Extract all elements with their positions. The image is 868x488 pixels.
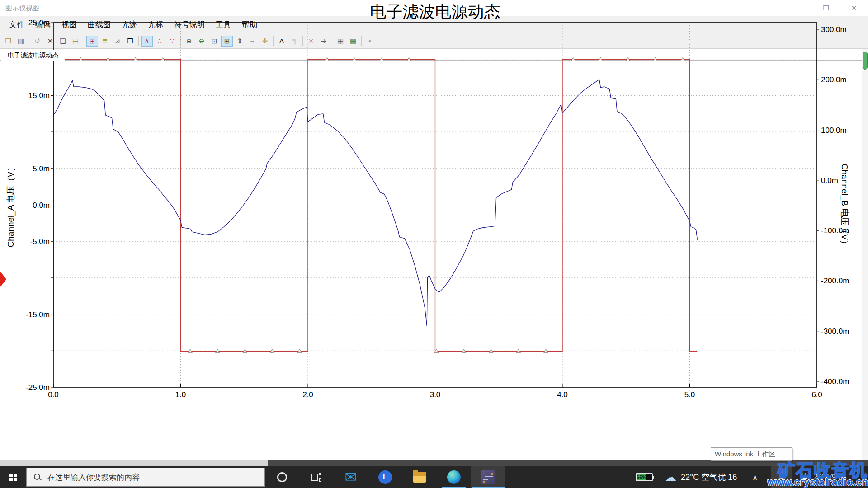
windows-ink-button[interactable]: ✎ bbox=[771, 466, 792, 488]
battery-percent: 66% bbox=[637, 474, 646, 480]
right-axis-title: Channel_B 电压（V） bbox=[840, 164, 849, 249]
x-axis-tick-label: 5.0 bbox=[684, 390, 695, 399]
taskbar: 在这里输入你要搜索的内容 ✉ L 66% ☁ bbox=[0, 466, 868, 488]
right-axis-tick-label: 200.0m bbox=[821, 75, 847, 84]
file-explorer-button[interactable] bbox=[402, 466, 437, 488]
task-view-button[interactable] bbox=[299, 466, 334, 488]
left-axis-title: Channel_A 电压（V） bbox=[6, 163, 16, 248]
background-window-edge bbox=[268, 460, 868, 466]
left-axis-tick-label: 25.0m bbox=[28, 19, 50, 27]
left-axis-tick-label: 15.0m bbox=[28, 91, 50, 100]
windows-ink-tooltip: Windows Ink 工作区 bbox=[711, 447, 792, 461]
search-placeholder: 在这里输入你要搜索的内容 bbox=[47, 472, 140, 483]
desktop: 图示仪视图 — ❐ ✕ 文件编辑视图曲线图光迹光标符号说明工具帮助 ❐▥↺✕❑▤… bbox=[0, 0, 868, 488]
edge-icon bbox=[447, 470, 461, 484]
vertical-scrollbar[interactable] bbox=[862, 49, 868, 460]
right-axis-tick-label: 300.0m bbox=[821, 25, 847, 34]
weather-widget[interactable]: 22°C 空气优 16 bbox=[681, 472, 737, 483]
taskbar-clock[interactable]: 2021/9/27 bbox=[814, 473, 868, 481]
trace-channel-b[interactable] bbox=[53, 60, 697, 351]
x-axis-tick-label: 1.0 bbox=[175, 390, 186, 399]
battery-indicator[interactable]: 66% bbox=[636, 473, 653, 481]
scrollbar-thumb[interactable] bbox=[863, 52, 868, 70]
right-axis-tick-label: -300.0m bbox=[821, 327, 849, 336]
x-axis-tick-label: 2.0 bbox=[302, 390, 313, 399]
edge-browser-button[interactable] bbox=[437, 466, 471, 488]
language-indicator[interactable]: 英 bbox=[794, 472, 814, 483]
left-axis-tick-label: 5.0m bbox=[33, 164, 50, 173]
cortana-button[interactable] bbox=[265, 466, 299, 488]
windows-logo-icon bbox=[9, 474, 17, 481]
x-axis-tick-label: 3.0 bbox=[430, 390, 441, 399]
system-tray: 66% ☁ 22°C 空气优 16 ∧ ✎ 英 2021/9/27 bbox=[636, 466, 868, 488]
tray-chevron-up-icon[interactable]: ∧ bbox=[752, 473, 758, 482]
left-axis-tick-label: -25.0m bbox=[26, 383, 50, 392]
trace-channel-a[interactable] bbox=[53, 80, 698, 326]
right-axis-tick-label: 100.0m bbox=[821, 126, 847, 135]
x-axis-tick-label: 4.0 bbox=[557, 390, 568, 399]
trace-selector-arrow-icon[interactable] bbox=[0, 271, 6, 287]
window-bottom-edge bbox=[0, 460, 268, 466]
cortana-icon bbox=[277, 472, 287, 482]
left-axis-tick-label: -5.0m bbox=[30, 237, 50, 246]
start-button[interactable] bbox=[0, 466, 26, 488]
l-app-icon: L bbox=[378, 470, 392, 484]
taskbar-search-input[interactable]: 在这里输入你要搜索的内容 bbox=[26, 468, 265, 487]
search-icon bbox=[34, 474, 41, 481]
chart-canvas: 25.0m15.0m5.0m0.0m-5.0m-15.0m-25.0m300.0… bbox=[0, 0, 868, 400]
l-app-button[interactable]: L bbox=[368, 466, 402, 488]
file-explorer-icon bbox=[413, 472, 426, 483]
mail-icon: ✉ bbox=[345, 470, 357, 484]
left-axis-tick-label: 0.0m bbox=[33, 201, 50, 210]
mail-app-button[interactable]: ✉ bbox=[334, 466, 368, 488]
chart-title: 电子滤波电源动态 bbox=[370, 3, 500, 21]
right-axis-tick-label: -400.0m bbox=[821, 377, 849, 386]
right-axis-tick-label: 0.0m bbox=[821, 176, 838, 185]
multisim-grapher-button[interactable] bbox=[471, 466, 505, 488]
weather-cloud-icon: ☁ bbox=[665, 470, 676, 484]
x-axis-tick-label: 6.0 bbox=[811, 390, 822, 399]
pen-icon: ✎ bbox=[778, 472, 786, 483]
left-axis-tick-label: -15.0m bbox=[26, 310, 50, 319]
tab-grapher-page[interactable]: 电子滤波电源动态 bbox=[1, 50, 65, 61]
x-axis-tick-label: 0.0 bbox=[48, 390, 59, 399]
right-axis-tick-label: -200.0m bbox=[821, 277, 849, 285]
task-view-icon bbox=[311, 473, 321, 482]
multisim-grapher-icon bbox=[481, 470, 495, 484]
